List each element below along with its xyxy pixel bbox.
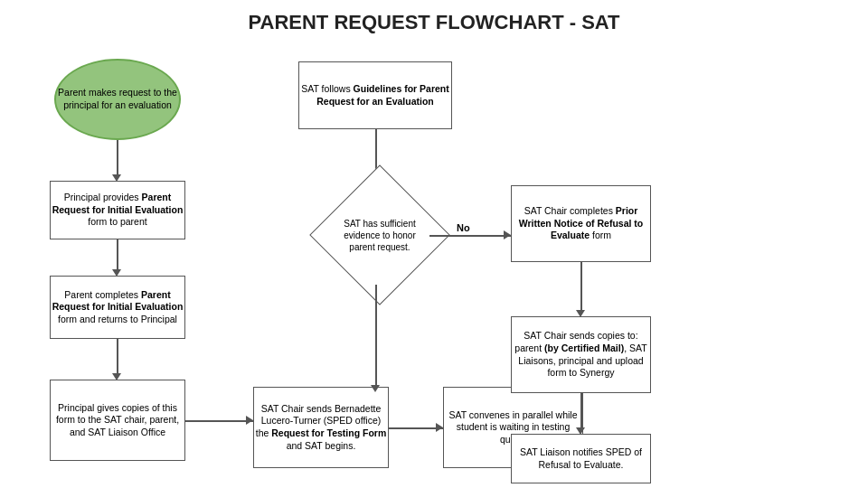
parent-request-node: Parent makes request to the principal fo…: [54, 59, 181, 140]
arrow-2: [117, 239, 118, 271]
parent-completes-label: Parent completes Parent Request for Init…: [51, 289, 184, 326]
sat-liaison-node: SAT Liaison notifies SPED of Refusal to …: [511, 434, 651, 483]
arrow-4: [185, 420, 253, 422]
page-title: PARENT REQUEST FLOWCHART - SAT: [0, 0, 868, 40]
sat-chair-prior-node: SAT Chair completes Prior Written Notice…: [511, 185, 651, 262]
arrowhead-4: [246, 416, 253, 425]
arrowhead-5: [436, 423, 443, 432]
arrowhead-diamond-right: [504, 230, 511, 239]
principal-provides-label: Principal provides Parent Request for In…: [51, 192, 184, 229]
no-label: No: [457, 222, 470, 233]
arrow-diamond-right: [429, 235, 511, 237]
arrow-diamond-down: [375, 285, 377, 387]
principal-gives-node: Principal gives copies of this form to t…: [50, 380, 185, 461]
principal-gives-label: Principal gives copies of this form to t…: [51, 402, 184, 439]
arrow-3: [117, 339, 118, 375]
arrow-copies-down: [580, 393, 582, 429]
sat-follows-label: SAT follows Guidelines for Parent Reques…: [299, 83, 451, 108]
principal-provides-node: Principal provides Parent Request for In…: [50, 181, 185, 239]
parent-request-label: Parent makes request to the principal fo…: [56, 87, 179, 111]
sat-liaison-label: SAT Liaison notifies SPED of Refusal to …: [512, 446, 650, 471]
sat-chair-prior-label: SAT Chair completes Prior Written Notice…: [512, 205, 650, 242]
sat-chair-copies-node: SAT Chair sends copies to: parent (by Ce…: [511, 316, 651, 393]
flowchart-area: Parent makes request to the principal fo…: [0, 45, 868, 488]
arrow-1: [117, 140, 118, 176]
arrowhead-diamond-down: [371, 385, 380, 392]
arrow-5: [389, 427, 443, 429]
sat-sufficient-label: SAT has sufficient evidence to honor par…: [330, 214, 429, 257]
sat-chair-sends1-node: SAT Chair sends Bernadette Lucero-Turner…: [253, 387, 389, 468]
sat-sufficient-node: SAT has sufficient evidence to honor par…: [330, 185, 429, 285]
sat-follows-node: SAT follows Guidelines for Parent Reques…: [298, 61, 452, 129]
parent-completes-node: Parent completes Parent Request for Init…: [50, 276, 185, 339]
arrow-prior-down: [580, 262, 582, 312]
sat-chair-copies-label: SAT Chair sends copies to: parent (by Ce…: [512, 330, 650, 380]
sat-chair-sends1-label: SAT Chair sends Bernadette Lucero-Turner…: [254, 403, 388, 453]
